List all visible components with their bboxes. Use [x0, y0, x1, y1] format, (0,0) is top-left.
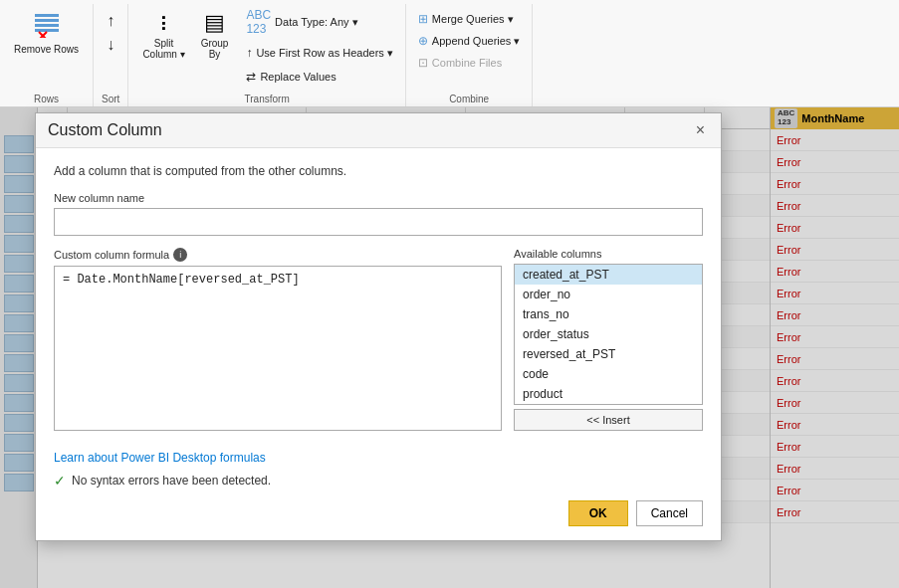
append-queries-button[interactable]: ⊕ Append Queries ▾ — [414, 32, 525, 50]
sort-group-label: Sort — [102, 94, 119, 104]
first-row-headers-button[interactable]: ↑ Use First Row as Headers ▾ — [242, 44, 396, 62]
ribbon: Remove Rows Rows ↑ ↓ Sort ⫶ SplitColumn … — [0, 0, 899, 107]
formula-right: Available columns created_at_PST order_n… — [514, 248, 703, 431]
status-area: ✓ No syntax errors have been detected. — [54, 473, 703, 489]
merge-icon: ⊞ — [418, 12, 428, 26]
svg-rect-0 — [35, 14, 59, 17]
ribbon-group-combine: ⊞ Merge Queries ▾ ⊕ Append Queries ▾ ⊡ C… — [406, 4, 534, 106]
group-by-label: GroupBy — [201, 38, 229, 60]
svg-rect-2 — [35, 24, 59, 27]
available-columns-label: Available columns — [514, 248, 703, 260]
combine-group-label: Combine — [414, 94, 525, 104]
cancel-button[interactable]: Cancel — [636, 500, 703, 526]
learn-link[interactable]: Learn about Power BI Desktop formulas — [54, 451, 266, 465]
group-by-icon: ▤ — [204, 10, 225, 36]
append-label: Append Queries ▾ — [432, 35, 521, 48]
merge-queries-button[interactable]: ⊞ Merge Queries ▾ — [414, 10, 525, 28]
remove-rows-icon — [33, 10, 61, 42]
avail-item-reversed-at-pst[interactable]: reversed_at_PST — [515, 344, 702, 364]
available-columns-list: created_at_PST order_no trans_no order_s… — [514, 264, 703, 405]
column-name-label: New column name — [54, 192, 703, 204]
avail-item-trans-no[interactable]: trans_no — [515, 304, 702, 324]
remove-rows-label: Remove Rows — [14, 44, 79, 55]
avail-item-created-at-pst[interactable]: created_at_PST — [515, 265, 702, 285]
modal-titlebar: Custom Column × — [36, 113, 721, 148]
modal-footer: Learn about Power BI Desktop formulas ✓ … — [36, 443, 721, 540]
split-column-button[interactable]: ⫶ SplitColumn ▾ — [136, 6, 190, 64]
formula-label: Custom column formula i — [54, 248, 502, 262]
formula-left: Custom column formula i — [54, 248, 502, 431]
remove-rows-button[interactable]: Remove Rows — [8, 6, 85, 59]
data-type-icon: ABC123 — [246, 8, 271, 36]
combine-icon: ⊡ — [418, 56, 428, 70]
combine-label: Combine Files — [432, 57, 502, 69]
svg-rect-3 — [35, 29, 59, 32]
avail-item-product[interactable]: product — [515, 384, 702, 404]
modal-title: Custom Column — [48, 121, 162, 139]
split-column-label: SplitColumn ▾ — [142, 38, 184, 60]
merge-label: Merge Queries ▾ — [432, 13, 514, 26]
ribbon-group-rows: Remove Rows Rows — [0, 4, 94, 106]
modal-actions: OK Cancel — [54, 500, 703, 526]
replace-label: Replace Values — [260, 71, 336, 83]
ok-button[interactable]: OK — [568, 500, 628, 526]
modal-body: Add a column that is computed from the o… — [36, 148, 721, 443]
info-icon[interactable]: i — [173, 248, 187, 262]
combine-files-button[interactable]: ⊡ Combine Files — [414, 54, 525, 72]
sort-asc-icon: ↑ — [107, 12, 114, 30]
modal-description: Add a column that is computed from the o… — [54, 164, 703, 178]
formula-input[interactable] — [54, 266, 502, 431]
column-name-input[interactable] — [54, 208, 703, 236]
sort-asc-button[interactable]: ↑ — [103, 10, 118, 32]
ribbon-group-sort: ↑ ↓ Sort — [94, 4, 128, 106]
modal-close-button[interactable]: × — [692, 121, 709, 139]
group-by-button[interactable]: ▤ GroupBy — [195, 6, 235, 64]
transform-group-label: Transform — [136, 94, 396, 104]
rows-group-label: Rows — [8, 94, 85, 104]
first-row-icon: ↑ — [246, 46, 252, 60]
sort-desc-button[interactable]: ↓ — [103, 34, 118, 56]
data-type-button[interactable]: ABC123 Data Type: Any ▾ — [242, 6, 396, 38]
avail-item-order-no[interactable]: order_no — [515, 285, 702, 304]
sort-desc-icon: ↓ — [107, 36, 114, 54]
replace-values-button[interactable]: ⇄ Replace Values — [242, 68, 396, 86]
modal-overlay: Custom Column × Add a column that is com… — [0, 107, 899, 588]
data-type-label: Data Type: Any ▾ — [275, 16, 357, 29]
replace-icon: ⇄ — [246, 70, 256, 84]
status-check-icon: ✓ — [54, 473, 66, 489]
status-text: No syntax errors have been detected. — [72, 474, 271, 488]
main-area: UUID Company Store Amount 0 — [0, 107, 899, 588]
first-row-label: Use First Row as Headers ▾ — [256, 47, 392, 60]
ribbon-group-transform: ⫶ SplitColumn ▾ ▤ GroupBy ABC123 Data Ty… — [128, 4, 405, 106]
avail-item-code[interactable]: code — [515, 364, 702, 384]
custom-column-modal: Custom Column × Add a column that is com… — [35, 112, 722, 541]
formula-area: Custom column formula i Available column… — [54, 248, 703, 431]
append-icon: ⊕ — [418, 34, 428, 48]
split-column-icon: ⫶ — [158, 10, 169, 36]
svg-rect-1 — [35, 19, 59, 22]
insert-button[interactable]: << Insert — [514, 409, 703, 431]
avail-item-order-status[interactable]: order_status — [515, 324, 702, 344]
